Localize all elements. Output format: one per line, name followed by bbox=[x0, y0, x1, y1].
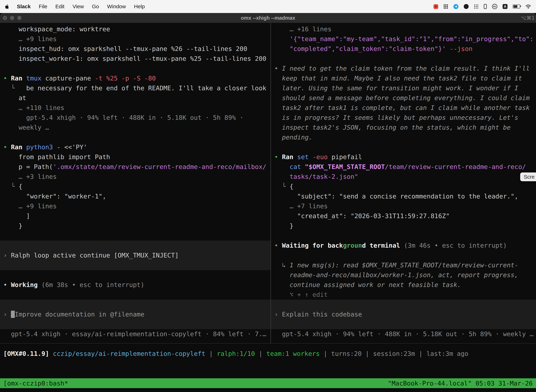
terminal-text-segment: ralph:1/10 bbox=[217, 350, 255, 357]
terminal-text-segment: I need to get the claim token from the c… bbox=[282, 65, 530, 72]
terminal-blank-line bbox=[271, 54, 536, 64]
wifi-icon[interactable] bbox=[526, 4, 531, 9]
terminal-line: "completed","claim_token":"claim-token"}… bbox=[271, 44, 536, 54]
terminal-text-segment: | bbox=[206, 350, 217, 357]
dots-grid-icon[interactable] bbox=[474, 4, 479, 9]
terminal-text-segment: • bbox=[274, 65, 282, 72]
phone-icon[interactable] bbox=[484, 4, 487, 9]
terminal-text-segment: turns:20 bbox=[331, 350, 362, 357]
terminal-text-segment: later. Using the same for transition mig… bbox=[274, 84, 518, 92]
terminal-text-segment: "completed","claim_token":"claim-token"}… bbox=[274, 45, 446, 52]
terminal-text-segment: › bbox=[274, 311, 282, 318]
terminal-text-segment: tmux bbox=[26, 75, 42, 82]
terminal-text-segment: … +110 lines bbox=[3, 104, 64, 111]
terminal-text-segment: … +16 lines bbox=[274, 25, 331, 33]
terminal-text-segment: gpt-5.4 xhigh · 94% left · 488K in · 5.1… bbox=[274, 330, 534, 338]
terminal-line: ↳ 1 new msg(s): read $OMX_TEAM_STATE_ROO… bbox=[271, 260, 536, 270]
terminal-text-segment: | bbox=[320, 350, 331, 357]
terminal-line: weekly … bbox=[0, 123, 270, 132]
telegram-icon[interactable] bbox=[453, 4, 459, 9]
active-app-name[interactable]: Slack bbox=[17, 4, 31, 9]
terminal-line: pending. bbox=[271, 132, 536, 142]
terminal-line: from pathlib import Path bbox=[0, 152, 270, 162]
terminal-line: • I need to get the claim token from the… bbox=[271, 64, 536, 73]
terminal-text-segment: • bbox=[274, 242, 282, 249]
menu-item-window[interactable]: Window bbox=[107, 4, 126, 9]
terminal-line: workspace_mode: worktree bbox=[0, 24, 270, 34]
terminal-line: inspect_worker-1: omx sparkshell --tmux-… bbox=[0, 54, 270, 64]
terminal-text-segment bbox=[301, 163, 305, 170]
menu-item-edit[interactable]: Edit bbox=[55, 4, 65, 9]
terminal-text-segment: cczip/essay/ai-reimplementation-copyleft bbox=[53, 350, 206, 357]
apple-logo-icon[interactable] bbox=[5, 4, 9, 9]
terminal-text-segment: (6m 38s • esc to interrupt) bbox=[38, 281, 144, 288]
terminal-line: … +3 lines bbox=[0, 172, 270, 182]
menu-item-view[interactable]: View bbox=[72, 4, 84, 9]
terminal-line: … +9 lines bbox=[0, 201, 270, 211]
terminal-window: × omx --xhigh --madmax ⌥⌘1 workspace_mod… bbox=[0, 13, 536, 392]
terminal-text-segment: last:3m ago bbox=[426, 350, 468, 357]
terminal-text-segment: groun bbox=[343, 242, 362, 249]
terminal-text-segment: gpt-5.4 xhigh · essay/ai-reimplementatio… bbox=[3, 330, 266, 338]
terminal-line: • Ran python3 - <<'PY' bbox=[0, 142, 270, 152]
terminal-text-segment: from pathlib import Path bbox=[3, 153, 110, 160]
terminal-text-segment: be necessary for the end of the README. … bbox=[26, 84, 266, 92]
terminal-text-segment: … +7 lines bbox=[274, 202, 328, 210]
terminal-line: › Improve documentation in @filename bbox=[0, 309, 270, 319]
terminal-blank-line bbox=[0, 231, 270, 241]
menu-item-help[interactable]: Help bbox=[134, 4, 145, 9]
terminal-line: … +9 lines bbox=[0, 34, 270, 44]
screen-recording-indicator-icon[interactable] bbox=[433, 4, 438, 9]
grid-icon[interactable] bbox=[444, 4, 448, 9]
terminal-text-segment: - <<'PY' bbox=[53, 144, 87, 151]
right-terminal-pane[interactable]: … +16 lines '{"team_name":"my-team","tas… bbox=[271, 23, 536, 343]
terminal-text-segment: { bbox=[290, 183, 293, 190]
terminal-line: inspect_hud: omx sparkshell --tmux-pane … bbox=[0, 44, 270, 54]
terminal-line: "worker": "worker-1", bbox=[0, 191, 270, 201]
terminal-line: later. Using the same for transition mig… bbox=[271, 83, 536, 93]
tmux-panes: workspace_mode: worktree … +9 lines insp… bbox=[0, 23, 536, 343]
window-title-bar[interactable]: × omx --xhigh --madmax ⌥⌘1 bbox=[0, 13, 536, 23]
terminal-line: › Explain this codebase bbox=[271, 309, 536, 319]
terminal-text-segment: | bbox=[362, 350, 373, 357]
terminal-line: • Waiting for background terminal (3m 46… bbox=[271, 241, 536, 250]
terminal-line: } bbox=[0, 221, 270, 231]
popup-label: Scre bbox=[524, 174, 535, 180]
terminal-text-segment: Explain this codebase bbox=[282, 311, 362, 318]
terminal-line: … +110 lines bbox=[0, 103, 270, 113]
terminal-text-segment: pipefail bbox=[328, 153, 362, 160]
terminal-text-segment: -t %25 -p -S -80 bbox=[95, 75, 156, 82]
terminal-text-segment: 1 new msg(s): read $OMX_TEAM_STATE_ROOT/… bbox=[290, 261, 518, 269]
menu-item-go[interactable]: Go bbox=[92, 4, 99, 9]
terminal-line: └ be necessary for the end of the README… bbox=[0, 83, 270, 93]
terminal-line: gpt-5.4 xhigh · 94% left · 488K in · 5.1… bbox=[271, 329, 536, 339]
screenshot-preview-popup[interactable]: Scre bbox=[520, 173, 536, 181]
terminal-line: "created_at": "2026-03-31T11:59:27.816Z" bbox=[271, 211, 536, 221]
dark-app-icon[interactable] bbox=[464, 4, 469, 9]
menu-item-file[interactable]: File bbox=[39, 4, 47, 9]
terminal-text-segment: └ bbox=[3, 84, 26, 92]
terminal-text-segment: › bbox=[3, 311, 11, 318]
terminal-line: readme-and-reco/mailbox/worker-1.json, a… bbox=[271, 270, 536, 280]
gauge-icon[interactable]: 61 bbox=[492, 4, 497, 9]
terminal-text-segment: └ bbox=[274, 183, 290, 190]
terminal-text-segment: Ralph loop active continue [OMX_TMUX_INJ… bbox=[11, 252, 179, 259]
terminal-text-segment: { bbox=[19, 183, 23, 190]
terminal-line: continue assigned work or next feasible … bbox=[271, 280, 536, 290]
terminal-line: should send a message before completing … bbox=[271, 93, 536, 103]
input-source-icon[interactable]: A bbox=[502, 4, 507, 9]
terminal-text-segment: "worker": "worker-1", bbox=[3, 193, 106, 200]
left-terminal-pane[interactable]: workspace_mode: worktree … +9 lines insp… bbox=[0, 23, 270, 343]
terminal-line: gpt-5.4 xhigh · 94% left · 488K in · 5.1… bbox=[0, 113, 270, 123]
prompt-input[interactable]: › Improve documentation in @filename bbox=[0, 300, 270, 329]
terminal-text-segment: '.omx/state/team/review-current-readme-a… bbox=[53, 163, 266, 170]
input-source-label: A bbox=[504, 5, 506, 9]
terminal-text-segment: gpt-5.4 xhigh · 94% left · 488K in · 5.1… bbox=[3, 114, 243, 121]
injected-prompt-banner[interactable]: › Ralph loop active continue [OMX_TMUX_I… bbox=[0, 241, 270, 270]
terminal-text-segment: tasks/task-2.json" bbox=[274, 173, 358, 180]
prompt-input[interactable]: › Explain this codebase bbox=[271, 300, 536, 329]
terminal-text-segment: is in progress? It seems likely but perh… bbox=[274, 114, 518, 121]
terminal-line: cat "$OMX_TEAM_STATE_ROOT/team/review-cu… bbox=[271, 162, 536, 172]
terminal-blank-line bbox=[0, 270, 270, 280]
battery-icon[interactable] bbox=[513, 5, 520, 9]
